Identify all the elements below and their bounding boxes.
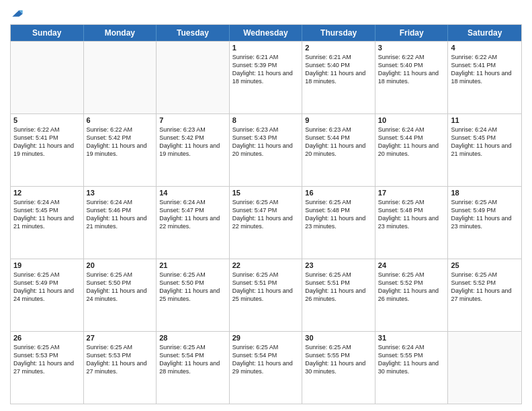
calendar-day-cell: 31Sunrise: 6:24 AM Sunset: 5:55 PM Dayli… (375, 332, 449, 404)
day-number: 29 (232, 334, 300, 342)
calendar-body: 1Sunrise: 6:21 AM Sunset: 5:39 PM Daylig… (11, 41, 521, 404)
calendar-day-cell: 28Sunrise: 6:25 AM Sunset: 5:54 PM Dayli… (157, 332, 230, 404)
day-info: Sunrise: 6:25 AM Sunset: 5:53 PM Dayligh… (87, 343, 154, 376)
day-info: Sunrise: 6:25 AM Sunset: 5:54 PM Dayligh… (232, 343, 300, 376)
calendar-header-cell: Saturday (448, 25, 521, 41)
day-number: 12 (13, 189, 81, 197)
day-number: 5 (13, 116, 81, 124)
calendar-header-cell: Monday (84, 25, 157, 41)
calendar-day-cell: 8Sunrise: 6:23 AM Sunset: 5:43 PM Daylig… (230, 114, 303, 186)
day-info: Sunrise: 6:22 AM Sunset: 5:41 PM Dayligh… (13, 126, 81, 158)
day-number: 4 (451, 44, 519, 52)
calendar-day-cell: 3Sunrise: 6:22 AM Sunset: 5:40 PM Daylig… (375, 42, 449, 113)
calendar-day-cell: 26Sunrise: 6:25 AM Sunset: 5:53 PM Dayli… (11, 332, 84, 404)
day-number: 31 (378, 334, 445, 342)
day-number: 24 (378, 261, 445, 269)
calendar-day-cell: 12Sunrise: 6:24 AM Sunset: 5:45 PM Dayli… (11, 187, 84, 259)
calendar-header-cell: Tuesday (157, 25, 230, 41)
calendar-day-cell: 17Sunrise: 6:25 AM Sunset: 5:48 PM Dayli… (375, 187, 449, 259)
day-info: Sunrise: 6:24 AM Sunset: 5:55 PM Dayligh… (378, 343, 445, 376)
day-number: 16 (305, 189, 372, 197)
day-number: 22 (232, 261, 300, 269)
calendar-day-cell: 10Sunrise: 6:24 AM Sunset: 5:44 PM Dayli… (375, 114, 449, 186)
day-number: 27 (87, 334, 154, 342)
day-number: 25 (451, 261, 519, 269)
header (10, 7, 522, 20)
day-number: 8 (232, 116, 300, 124)
calendar-day-cell: 6Sunrise: 6:22 AM Sunset: 5:42 PM Daylig… (84, 114, 157, 186)
day-number: 10 (378, 116, 445, 124)
day-info: Sunrise: 6:24 AM Sunset: 5:47 PM Dayligh… (159, 198, 226, 231)
day-number: 9 (305, 116, 372, 124)
calendar-day-cell (11, 42, 84, 113)
day-info: Sunrise: 6:25 AM Sunset: 5:50 PM Dayligh… (87, 271, 154, 304)
day-number: 6 (87, 116, 154, 124)
calendar-day-cell: 25Sunrise: 6:25 AM Sunset: 5:52 PM Dayli… (448, 259, 521, 331)
calendar-day-cell: 4Sunrise: 6:22 AM Sunset: 5:41 PM Daylig… (448, 42, 521, 113)
calendar-day-cell: 14Sunrise: 6:24 AM Sunset: 5:47 PM Dayli… (157, 187, 230, 259)
day-number: 7 (159, 116, 226, 124)
calendar-day-cell: 24Sunrise: 6:25 AM Sunset: 5:52 PM Dayli… (375, 259, 449, 331)
day-number: 1 (232, 44, 300, 52)
calendar-day-cell: 5Sunrise: 6:22 AM Sunset: 5:41 PM Daylig… (11, 114, 84, 186)
calendar-day-cell: 7Sunrise: 6:23 AM Sunset: 5:42 PM Daylig… (157, 114, 230, 186)
calendar-day-cell: 20Sunrise: 6:25 AM Sunset: 5:50 PM Dayli… (84, 259, 157, 331)
day-info: Sunrise: 6:25 AM Sunset: 5:48 PM Dayligh… (378, 198, 445, 231)
day-number: 15 (232, 189, 300, 197)
logo (10, 7, 26, 20)
calendar-day-cell: 21Sunrise: 6:25 AM Sunset: 5:50 PM Dayli… (157, 259, 230, 331)
logo-icon (10, 7, 24, 20)
day-number: 30 (305, 334, 372, 342)
day-info: Sunrise: 6:24 AM Sunset: 5:45 PM Dayligh… (13, 198, 81, 231)
calendar: SundayMondayTuesdayWednesdayThursdayFrid… (10, 24, 522, 404)
day-info: Sunrise: 6:25 AM Sunset: 5:51 PM Dayligh… (232, 271, 300, 304)
calendar-day-cell: 18Sunrise: 6:25 AM Sunset: 5:49 PM Dayli… (448, 187, 521, 259)
day-info: Sunrise: 6:25 AM Sunset: 5:51 PM Dayligh… (305, 271, 372, 304)
day-info: Sunrise: 6:25 AM Sunset: 5:52 PM Dayligh… (451, 271, 519, 304)
day-number: 26 (13, 334, 81, 342)
calendar-day-cell: 27Sunrise: 6:25 AM Sunset: 5:53 PM Dayli… (84, 332, 157, 404)
day-info: Sunrise: 6:24 AM Sunset: 5:46 PM Dayligh… (87, 198, 154, 231)
day-info: Sunrise: 6:25 AM Sunset: 5:54 PM Dayligh… (159, 343, 226, 376)
day-number: 2 (305, 44, 372, 52)
day-info: Sunrise: 6:25 AM Sunset: 5:50 PM Dayligh… (159, 271, 226, 304)
day-info: Sunrise: 6:25 AM Sunset: 5:47 PM Dayligh… (232, 198, 300, 231)
calendar-header-cell: Friday (375, 25, 449, 41)
calendar-week-row: 1Sunrise: 6:21 AM Sunset: 5:39 PM Daylig… (11, 41, 521, 113)
day-number: 11 (451, 116, 519, 124)
day-number: 13 (87, 189, 154, 197)
calendar-day-cell: 2Sunrise: 6:21 AM Sunset: 5:40 PM Daylig… (302, 42, 375, 113)
calendar-week-row: 26Sunrise: 6:25 AM Sunset: 5:53 PM Dayli… (11, 331, 521, 404)
calendar-day-cell: 22Sunrise: 6:25 AM Sunset: 5:51 PM Dayli… (230, 259, 303, 331)
day-number: 14 (159, 189, 226, 197)
day-number: 17 (378, 189, 445, 197)
day-number: 3 (378, 44, 445, 52)
day-info: Sunrise: 6:24 AM Sunset: 5:44 PM Dayligh… (378, 126, 445, 158)
calendar-day-cell: 15Sunrise: 6:25 AM Sunset: 5:47 PM Dayli… (230, 187, 303, 259)
day-info: Sunrise: 6:25 AM Sunset: 5:49 PM Dayligh… (13, 271, 81, 304)
calendar-week-row: 5Sunrise: 6:22 AM Sunset: 5:41 PM Daylig… (11, 113, 521, 186)
day-number: 19 (13, 261, 81, 269)
calendar-day-cell: 1Sunrise: 6:21 AM Sunset: 5:39 PM Daylig… (230, 42, 303, 113)
calendar-day-cell: 19Sunrise: 6:25 AM Sunset: 5:49 PM Dayli… (11, 259, 84, 331)
day-info: Sunrise: 6:22 AM Sunset: 5:41 PM Dayligh… (451, 53, 519, 86)
day-number: 28 (159, 334, 226, 342)
day-info: Sunrise: 6:22 AM Sunset: 5:42 PM Dayligh… (87, 126, 154, 158)
calendar-header-cell: Thursday (302, 25, 375, 41)
calendar-header-cell: Wednesday (230, 25, 303, 41)
day-info: Sunrise: 6:25 AM Sunset: 5:52 PM Dayligh… (378, 271, 445, 304)
day-info: Sunrise: 6:21 AM Sunset: 5:39 PM Dayligh… (232, 53, 300, 86)
calendar-day-cell: 13Sunrise: 6:24 AM Sunset: 5:46 PM Dayli… (84, 187, 157, 259)
day-info: Sunrise: 6:23 AM Sunset: 5:44 PM Dayligh… (305, 126, 372, 158)
calendar-day-cell (448, 332, 521, 404)
day-info: Sunrise: 6:25 AM Sunset: 5:48 PM Dayligh… (305, 198, 372, 231)
day-info: Sunrise: 6:22 AM Sunset: 5:40 PM Dayligh… (378, 53, 445, 86)
day-info: Sunrise: 6:23 AM Sunset: 5:42 PM Dayligh… (159, 126, 226, 158)
calendar-day-cell: 11Sunrise: 6:24 AM Sunset: 5:45 PM Dayli… (448, 114, 521, 186)
calendar-header-row: SundayMondayTuesdayWednesdayThursdayFrid… (11, 25, 521, 41)
day-info: Sunrise: 6:21 AM Sunset: 5:40 PM Dayligh… (305, 53, 372, 86)
calendar-day-cell (157, 42, 230, 113)
day-info: Sunrise: 6:24 AM Sunset: 5:45 PM Dayligh… (451, 126, 519, 158)
day-info: Sunrise: 6:25 AM Sunset: 5:49 PM Dayligh… (451, 198, 519, 231)
calendar-week-row: 19Sunrise: 6:25 AM Sunset: 5:49 PM Dayli… (11, 259, 521, 331)
